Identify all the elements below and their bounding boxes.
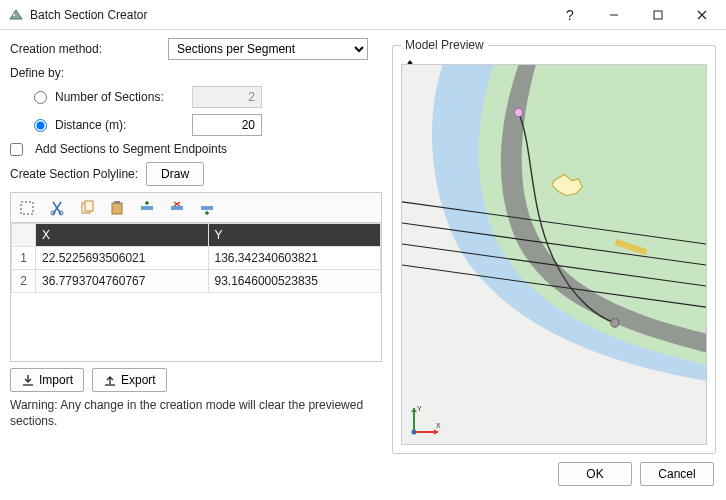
cancel-button[interactable]: Cancel bbox=[640, 462, 714, 486]
minimize-button[interactable] bbox=[592, 0, 636, 30]
distance-label: Distance (m): bbox=[55, 118, 126, 132]
svg-rect-11 bbox=[201, 206, 213, 210]
table-header-row: X Y bbox=[12, 224, 381, 247]
table-row[interactable]: 2 36.7793704760767 93.1646000523835 bbox=[12, 270, 381, 293]
append-row-icon[interactable] bbox=[197, 198, 217, 218]
draw-button[interactable]: Draw bbox=[146, 162, 204, 186]
model-preview-group: Model Preview bbox=[392, 38, 716, 454]
import-button[interactable]: Import bbox=[10, 368, 84, 392]
settings-panel: Creation method: Sections per Segment De… bbox=[10, 38, 382, 454]
insert-row-icon[interactable] bbox=[137, 198, 157, 218]
ok-button[interactable]: OK bbox=[558, 462, 632, 486]
model-preview-label: Model Preview bbox=[401, 38, 488, 52]
table-row[interactable]: 1 22.5225693506021 136.342340603821 bbox=[12, 247, 381, 270]
add-endpoints-checkbox[interactable] bbox=[10, 143, 23, 156]
cell-x[interactable]: 36.7793704760767 bbox=[36, 270, 209, 293]
select-icon[interactable] bbox=[17, 198, 37, 218]
export-icon bbox=[103, 373, 117, 387]
close-button[interactable] bbox=[680, 0, 724, 30]
svg-point-17 bbox=[514, 108, 522, 116]
define-by-label: Define by: bbox=[10, 66, 64, 80]
model-preview-canvas[interactable]: X Y bbox=[401, 64, 707, 445]
export-button[interactable]: Export bbox=[92, 368, 167, 392]
cell-y[interactable]: 136.342340603821 bbox=[208, 247, 381, 270]
table-toolbar bbox=[10, 192, 382, 222]
cut-icon[interactable] bbox=[47, 198, 67, 218]
svg-text:X: X bbox=[436, 422, 441, 429]
col-x[interactable]: X bbox=[36, 224, 209, 247]
delete-row-icon[interactable] bbox=[167, 198, 187, 218]
svg-point-0 bbox=[13, 14, 15, 16]
axis-gizmo: X Y bbox=[408, 402, 444, 438]
creation-method-select[interactable]: Sections per Segment bbox=[168, 38, 368, 60]
creation-method-label: Creation method: bbox=[10, 42, 102, 56]
create-polyline-label: Create Section Polyline: bbox=[10, 167, 138, 181]
import-icon bbox=[21, 373, 35, 387]
cell-y[interactable]: 93.1646000523835 bbox=[208, 270, 381, 293]
svg-rect-2 bbox=[21, 202, 33, 214]
titlebar: Batch Section Creator ? bbox=[0, 0, 726, 30]
svg-text:Y: Y bbox=[417, 405, 422, 412]
svg-rect-1 bbox=[654, 11, 662, 19]
svg-rect-8 bbox=[114, 201, 120, 204]
warning-text: Warning: Any change in the creation mode… bbox=[10, 398, 370, 429]
paste-icon[interactable] bbox=[107, 198, 127, 218]
copy-icon[interactable] bbox=[77, 198, 97, 218]
num-sections-input bbox=[192, 86, 262, 108]
num-sections-label: Number of Sections: bbox=[55, 90, 164, 104]
svg-marker-21 bbox=[434, 429, 438, 435]
dialog-footer: OK Cancel bbox=[0, 454, 726, 494]
points-table[interactable]: X Y 1 22.5225693506021 136.342340603821 … bbox=[10, 222, 382, 362]
col-y[interactable]: Y bbox=[208, 224, 381, 247]
svg-rect-7 bbox=[112, 203, 122, 214]
svg-rect-6 bbox=[85, 201, 93, 211]
svg-point-18 bbox=[611, 319, 619, 327]
help-button[interactable]: ? bbox=[548, 0, 592, 30]
distance-radio[interactable] bbox=[34, 119, 47, 132]
add-endpoints-label: Add Sections to Segment Endpoints bbox=[35, 142, 227, 156]
cell-x[interactable]: 22.5225693506021 bbox=[36, 247, 209, 270]
maximize-button[interactable] bbox=[636, 0, 680, 30]
svg-rect-10 bbox=[171, 206, 183, 210]
svg-rect-9 bbox=[141, 206, 153, 210]
window-title: Batch Section Creator bbox=[30, 8, 548, 22]
num-sections-radio[interactable] bbox=[34, 91, 47, 104]
app-icon bbox=[8, 7, 24, 23]
svg-point-24 bbox=[412, 430, 417, 435]
distance-input[interactable] bbox=[192, 114, 262, 136]
